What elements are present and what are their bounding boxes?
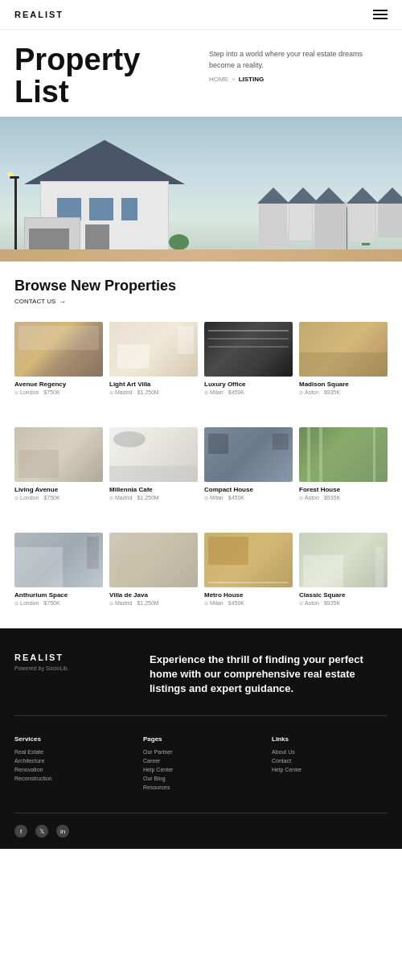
property-name: Millennia Cafe [109, 486, 198, 493]
property-card[interactable]: Compact House⊙ Milan$450K [204, 427, 293, 500]
property-price: $1,250M [137, 600, 158, 606]
property-location: ⊙ Madrid [109, 389, 132, 395]
property-price: $450K [228, 389, 244, 395]
breadcrumb-current: LISTING [239, 76, 265, 83]
footer-column-title: Links [272, 735, 388, 743]
hamburger-menu-icon[interactable] [373, 10, 388, 19]
pin-icon: ⊙ [299, 389, 303, 395]
footer-col-1: ServicesReal EstateArchitectureRenovatio… [14, 735, 130, 793]
property-card[interactable]: Living Avenue⊙ London$750K [14, 427, 103, 500]
property-card[interactable]: Metro House⊙ Milan$450K [204, 533, 293, 606]
hero-house-main [24, 149, 185, 261]
hero-image [0, 117, 402, 261]
breadcrumb-home: HOME [209, 76, 228, 83]
property-card[interactable]: Forest House⊙ Aston$935K [299, 427, 388, 500]
property-price: $750K [43, 600, 59, 606]
linkedin-icon[interactable]: in [56, 825, 69, 838]
browse-section: Browse New Properties CONTACT US → [0, 261, 402, 312]
property-card[interactable]: Classic Square⊙ Aston$935K [299, 533, 388, 606]
pin-icon: ⊙ [14, 495, 18, 500]
property-location: ⊙ Milan [204, 495, 224, 500]
property-thumbnail [299, 533, 388, 587]
property-price: $450K [228, 600, 244, 606]
contact-label: CONTACT US [14, 298, 55, 305]
property-card[interactable]: Avenue Regency⊙ London$750K [14, 322, 103, 395]
property-row-2: Living Avenue⊙ London$750KMillennia Cafe… [0, 418, 402, 510]
pin-icon: ⊙ [204, 389, 208, 395]
hero-right-houses [259, 201, 402, 249]
footer-top: REALIST Powered by SocioLib. Experience … [14, 653, 388, 716]
footer-link[interactable]: About Us [272, 749, 388, 755]
property-thumbnail [299, 427, 388, 482]
hero-road [0, 249, 402, 261]
footer-link[interactable]: Help Center [143, 767, 259, 772]
browse-title: Browse New Properties [14, 278, 388, 294]
twitter-icon[interactable]: 𝕏 [35, 825, 48, 838]
footer-link[interactable]: Reconstruction [14, 776, 130, 781]
property-location: ⊙ London [14, 389, 39, 395]
property-price: $1,250M [137, 495, 158, 500]
hero-description: Step into a world where your real estate… [209, 49, 388, 71]
property-location: ⊙ Aston [299, 600, 319, 606]
property-card[interactable]: Madison Square⊙ Aston$935K [299, 322, 388, 395]
pin-icon: ⊙ [109, 495, 113, 500]
pin-icon: ⊙ [204, 600, 208, 606]
pin-icon: ⊙ [109, 389, 113, 395]
property-price: $750K [43, 389, 59, 395]
property-location: ⊙ London [14, 495, 39, 500]
property-card[interactable]: Luxury Office⊙ Milan$450K [204, 322, 293, 395]
property-card[interactable]: Light Art Villa⊙ Madrid$1,250M [109, 322, 198, 395]
property-name: Light Art Villa [109, 381, 198, 388]
property-row-1: Avenue Regency⊙ London$750KLight Art Vil… [0, 312, 402, 405]
site-logo: REALIST [14, 10, 64, 19]
property-meta: ⊙ Madrid$1,250M [109, 389, 198, 395]
pin-icon: ⊙ [14, 600, 18, 606]
pin-icon: ⊙ [109, 600, 113, 606]
property-price: $450K [228, 495, 244, 500]
footer-col-2: PagesOur PartnerCareerHelp CenterOur Blo… [143, 735, 259, 793]
property-name: Madison Square [299, 381, 388, 388]
property-location: ⊙ Milan [204, 389, 224, 395]
property-card[interactable]: Millennia Cafe⊙ Madrid$1,250M [109, 427, 198, 500]
footer-col-3: LinksAbout UsContactHelp Center [272, 735, 388, 793]
contact-link[interactable]: CONTACT US → [14, 298, 388, 306]
footer-link[interactable]: Architecture [14, 758, 130, 764]
footer-link[interactable]: Our Blog [143, 776, 259, 781]
property-thumbnail [299, 322, 388, 377]
footer-logo: REALIST [14, 653, 133, 662]
footer-link[interactable]: Contact [272, 758, 388, 764]
property-row-3: Anthurium Space⊙ London$750KVilla de Jav… [0, 523, 402, 616]
breadcrumb-separator: > [232, 76, 236, 83]
property-name: Classic Square [299, 591, 388, 599]
pin-icon: ⊙ [14, 389, 18, 395]
footer-link[interactable]: Our Partner [143, 749, 259, 755]
footer-column-title: Services [14, 735, 130, 743]
footer-tagline: Experience the thrill of finding your pe… [150, 653, 388, 697]
property-location: ⊙ Madrid [109, 495, 132, 500]
property-meta: ⊙ Aston$935K [299, 389, 388, 395]
property-thumbnail [14, 533, 103, 587]
property-rows-container: Avenue Regency⊙ London$750KLight Art Vil… [0, 312, 402, 616]
hero-text-section: Property List Step into a world where yo… [0, 30, 402, 117]
property-thumbnail [109, 427, 198, 482]
property-card[interactable]: Anthurium Space⊙ London$750K [14, 533, 103, 606]
facebook-icon[interactable]: f [14, 825, 27, 838]
property-location: ⊙ Aston [299, 389, 319, 395]
property-name: Living Avenue [14, 486, 103, 493]
property-meta: ⊙ Madrid$1,250M [109, 495, 198, 500]
footer-link[interactable]: Career [143, 758, 259, 764]
property-thumbnail [109, 533, 198, 587]
footer-link[interactable]: Resources [143, 784, 259, 790]
footer-link[interactable]: Real Estate [14, 749, 130, 755]
page-title: Property List [14, 44, 193, 109]
property-meta: ⊙ Madrid$1,250M [109, 600, 198, 606]
property-card[interactable]: Villa de Java⊙ Madrid$1,250M [109, 533, 198, 606]
footer-link[interactable]: Renovation [14, 767, 130, 772]
footer-link[interactable]: Help Center [272, 767, 388, 772]
property-location: ⊙ Madrid [109, 600, 132, 606]
site-footer: REALIST Powered by SocioLib. Experience … [0, 628, 402, 850]
property-name: Villa de Java [109, 591, 198, 599]
footer-bottom: f𝕏in [14, 813, 388, 849]
property-name: Anthurium Space [14, 591, 103, 599]
property-meta: ⊙ Milan$450K [204, 389, 293, 395]
